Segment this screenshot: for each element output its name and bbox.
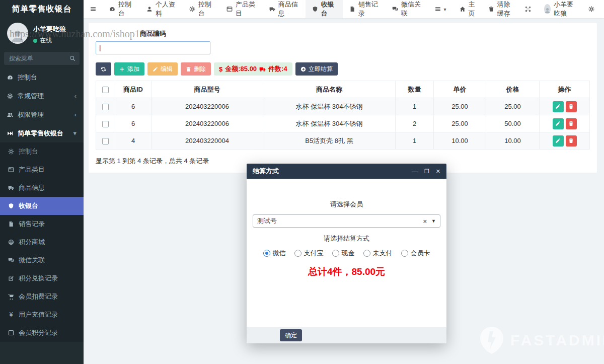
sidebar-item-user-recharge[interactable]: ¥ 用户充值记录 [0, 306, 84, 324]
refresh-icon [101, 66, 106, 72]
sidebar-toggle-button[interactable] [84, 0, 103, 18]
tab-dashboard[interactable]: 控制台 [103, 0, 140, 18]
cell-qty: 1 [396, 98, 434, 115]
row-checkbox[interactable] [102, 121, 109, 127]
tachometer-icon [109, 6, 115, 12]
row-edit-button[interactable] [553, 118, 564, 129]
sidebar-item-points-exchange[interactable]: 积分兑换记录 [0, 269, 84, 287]
sidebar-item-member-charge[interactable]: 会员扣费记录 [0, 287, 84, 306]
edit-button[interactable]: 编辑 [147, 62, 178, 76]
row-checkbox[interactable] [102, 104, 109, 110]
search-input[interactable] [4, 52, 80, 65]
radio-cash[interactable]: 现金 [332, 249, 355, 258]
close-icon[interactable]: ✕ [436, 164, 440, 179]
tab-profile[interactable]: 个人资料 [140, 0, 183, 18]
cell-qty: 1 [396, 132, 434, 150]
row-edit-button[interactable] [553, 135, 564, 147]
sidebar-item-auth[interactable]: 权限管理 ‹ [0, 105, 84, 124]
sidebar-item-goods[interactable]: 商品信息 [0, 179, 84, 197]
cell-price: 50.00 [486, 115, 540, 132]
tab-cashier[interactable]: 收银台 [306, 0, 343, 18]
sidebar: 简单零售收银台 小羊要吃狼 在线 控制台 常规管理 ‹ 权限管理 ‹ 简单零售收… [0, 0, 84, 364]
sidebar-item-cashier[interactable]: 收银台 [0, 197, 84, 215]
row-checkbox[interactable] [102, 138, 109, 144]
refresh-button[interactable] [96, 62, 111, 76]
cell-price: 25.00 [486, 98, 540, 115]
tab-list-dropdown[interactable]: ▾ [428, 0, 453, 18]
comments-icon [8, 257, 14, 263]
caret-down-icon: ▼ [431, 219, 436, 224]
select-all-cell [96, 81, 115, 98]
user-icon [10, 29, 25, 44]
sidebar-item-sales-record[interactable]: 销售记录 [0, 215, 84, 233]
tab-pos-dashboard[interactable]: 控制台 [183, 0, 220, 18]
user-status: 在线 [33, 36, 66, 45]
maximize-icon[interactable]: ❐ [424, 164, 429, 179]
confirm-button[interactable]: 确定 [280, 329, 302, 341]
radio-wechat[interactable]: 微信 [263, 249, 286, 258]
radio-member-card[interactable]: 会员卡 [401, 249, 430, 258]
settlement-modal: 结算方式 — ❐ ✕ 请选择会员 测试号 × ▼ 请选择结算方式 微信 支付宝 … [247, 164, 446, 343]
cart-table: 商品ID 商品型号 商品名称 数量 单价 价格 操作 6 20240322000… [96, 81, 590, 150]
forward-icon [7, 130, 13, 136]
modal-footer: 确定 [247, 327, 446, 343]
modal-header[interactable]: 结算方式 — ❐ ✕ [247, 164, 446, 179]
square-icon [8, 330, 14, 336]
sidebar-item-category[interactable]: 产品类目 [0, 161, 84, 179]
yen-icon: ¥ [8, 311, 14, 318]
add-button[interactable]: 添加 [114, 62, 144, 76]
sidebar-item-general[interactable]: 常规管理 ‹ [0, 87, 84, 105]
col-actions: 操作 [540, 81, 590, 98]
clear-icon[interactable]: × [423, 217, 427, 225]
settle-now-button[interactable]: 立即结算 [295, 62, 338, 76]
search-icon[interactable] [69, 55, 76, 61]
fullscreen-button[interactable] [518, 0, 538, 18]
cell-product-id: 4 [115, 132, 152, 150]
user-icon [146, 6, 153, 12]
radio-unpaid[interactable]: 未支付 [363, 249, 393, 258]
chevron-left-icon: ‹ [74, 92, 77, 100]
cart-icon [8, 294, 14, 300]
window-icon [226, 6, 233, 12]
row-delete-button[interactable] [566, 101, 577, 112]
user-panel: 小羊要吃狼 在线 [0, 18, 84, 48]
settings-button[interactable] [582, 0, 601, 18]
cell-name: 水杯 保温杯 304不锈钢 [263, 115, 396, 132]
minimize-icon[interactable]: — [412, 164, 418, 179]
cell-product-id: 6 [115, 98, 152, 115]
product-code-label: 商品编码 [96, 29, 210, 38]
sidebar-item-wechat[interactable]: 微信关联 [0, 251, 84, 269]
clear-cache-button[interactable]: 清除缓存 [482, 0, 519, 18]
user-menu[interactable]: 小羊要吃狼 [538, 0, 582, 18]
sidebar-item-pos-root[interactable]: 简单零售收银台 ▾ [0, 124, 84, 142]
sidebar-item-member-points[interactable]: 会员积分记录 [0, 324, 84, 342]
amount-text: 金额:85.00 [225, 64, 257, 74]
dollar-icon: $ [219, 65, 222, 73]
row-delete-button[interactable] [566, 118, 577, 129]
tab-wechat[interactable]: 微信关联 [386, 0, 428, 18]
sidebar-item-pos-dashboard[interactable]: 控制台 [0, 142, 84, 161]
tab-sales-record[interactable]: 销售记录 [343, 0, 386, 18]
table-row: 6 202403220006 水杯 保温杯 304不锈钢 2 25.00 50.… [96, 115, 590, 132]
trash-icon [568, 138, 574, 143]
sidebar-item-dashboard[interactable]: 控制台 [0, 68, 84, 87]
radio-icon [263, 250, 270, 257]
select-all-checkbox[interactable] [102, 87, 109, 93]
trash-icon [186, 66, 191, 72]
list-icon [435, 6, 441, 12]
toolbar: 添加 编辑 删除 $ 金额:85.00 件数:4 立即结算 [96, 62, 590, 76]
member-label: 请选择会员 [247, 200, 446, 209]
radio-alipay[interactable]: 支付宝 [294, 249, 324, 258]
cell-actions [540, 132, 590, 150]
row-delete-button[interactable] [566, 135, 577, 147]
tab-category[interactable]: 产品类目 [220, 0, 263, 18]
tab-goods[interactable]: 商品信息 [263, 0, 306, 18]
member-select[interactable]: 测试号 × ▼ [253, 214, 440, 228]
count-text: 件数:4 [268, 64, 287, 74]
cell-name: 水杯 保温杯 304不锈钢 [263, 98, 396, 115]
row-edit-button[interactable] [553, 101, 564, 112]
delete-button[interactable]: 删除 [181, 62, 211, 76]
home-button[interactable]: 主页 [453, 0, 482, 18]
product-code-input[interactable] [96, 41, 210, 54]
sidebar-item-points-mall[interactable]: 积分商城 [0, 233, 84, 251]
